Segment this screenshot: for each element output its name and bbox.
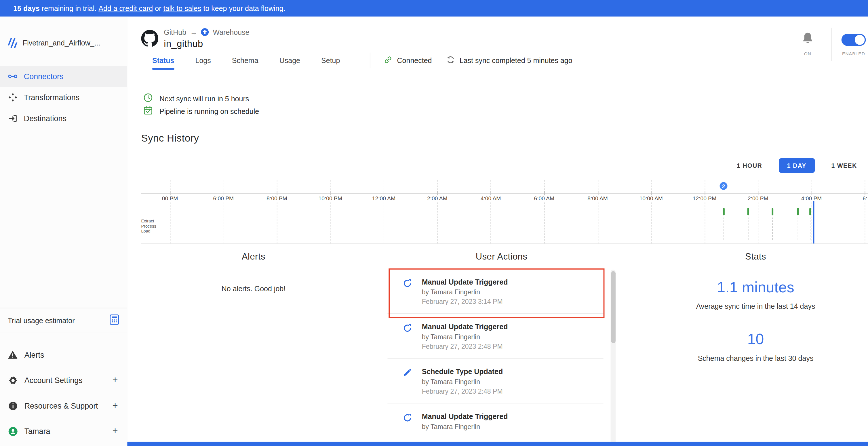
sync-event-guide [748,218,749,240]
tab-usage[interactable]: Usage [279,56,300,64]
tab-setup[interactable]: Setup [321,56,340,64]
user-actions-column: User Actions Manual Update Triggered by … [388,252,615,446]
next-sync-text: Next sync will run in 5 hours [159,94,249,103]
alerts-empty-message: No alerts. Good job! [170,285,336,293]
trial-banner: 15 days remaining in trial. Add a credit… [0,0,868,17]
refresh-icon [403,413,412,422]
sync-event-mark[interactable] [772,208,773,215]
breadcrumb-destination[interactable]: Warehouse [213,28,250,36]
sync-event-guide [810,218,810,240]
sync-count-badge[interactable]: 2 [719,181,729,191]
add-credit-card-link[interactable]: Add a credit card [98,4,153,12]
refresh-icon [403,324,412,332]
sync-event-mark[interactable] [723,208,725,215]
transformations-icon [8,92,18,102]
scrollbar-thumb[interactable] [611,272,615,343]
chart-tick-label: 8:00 AM [585,195,610,201]
sidebar-item-resources-support[interactable]: Resources & Support + [0,393,127,418]
action-date: February 27, 2023 2:48 PM [422,387,603,395]
sidebar-item-user-tamara[interactable]: Tamara + [0,418,127,444]
user-actions-title: User Actions [388,252,615,262]
user-action-row[interactable]: Manual Update Triggered by Tamara Finger… [388,269,603,314]
trial-usage-estimator[interactable]: Trial usage estimator [0,308,127,333]
row-label-process: Process [141,224,156,228]
sync-history-chart: Extract Process Load 00 PM6:00 PM8:00 PM… [141,180,868,244]
action-author: by Tamara Fingerlin [422,423,603,431]
tab-status[interactable]: Status [152,56,174,64]
notifications-label: ON [793,52,823,56]
chart-gridline [491,180,491,244]
row-label-extract: Extract [141,219,156,224]
sidebar-item-destinations[interactable]: Destinations [0,108,127,129]
action-title: Manual Update Triggered [422,278,603,286]
action-date: February 27, 2023 2:48 PM [422,343,603,350]
github-icon [141,30,158,47]
tab-logs[interactable]: Logs [195,56,211,64]
clock-icon [143,93,153,104]
expand-plus-icon[interactable]: + [113,375,118,386]
breadcrumb-arrow-icon: → [190,28,197,36]
last-sync-text: Last sync completed 5 minutes ago [460,56,572,64]
scrollbar-track [611,269,616,446]
notification-bell-icon[interactable] [802,32,814,45]
user-action-row[interactable]: Schedule Type Updated by Tamara Fingerli… [388,358,603,404]
sidebar-item-alerts[interactable]: Alerts [0,342,127,368]
time-range-selector: 1 HOUR 1 DAY 1 WEEK [737,158,857,173]
sync-event-mark[interactable] [797,208,799,215]
enabled-toggle[interactable] [841,34,866,46]
connectors-icon [8,71,18,82]
main-content: GitHub → Warehouse in_github Status Logs… [127,17,868,446]
connector-title: in_github [164,39,203,50]
range-1-day-button[interactable]: 1 DAY [779,158,815,173]
sidebar-item-label: Alerts [25,350,44,359]
sidebar-item-transformations[interactable]: Transformations [0,87,127,108]
expand-plus-icon[interactable]: + [113,400,118,411]
sidebar-item-account-settings[interactable]: Account Settings + [0,368,127,393]
chart-tick-label: 2:00 AM [425,195,450,201]
banner-text: to keep your data flowing. [201,4,285,12]
user-actions-list: Manual Update Triggered by Tamara Finger… [388,269,615,446]
schema-changes-value: 10 [681,331,830,348]
workspace-switcher[interactable]: Fivetran_and_Airflow_... [8,38,127,48]
sync-event-guide [772,218,773,240]
chart-gridline [544,180,545,244]
action-date: February 27, 2023 3:14 PM [422,298,603,306]
avg-sync-time-label: Average sync time in the last 14 days [681,302,830,311]
sync-event-guide [723,218,724,240]
talk-to-sales-link[interactable]: talk to sales [163,4,201,12]
refresh-icon [403,279,412,288]
alerts-column: Alerts No alerts. Good job! [170,252,336,293]
chart-tick-label: 6:00 AM [532,195,557,201]
sidebar: Fivetran_and_Airflow_... Connectors Tran… [0,17,127,446]
chart-tick-label: 6:00 PM [211,195,236,201]
chart-tick-label: 4:00 PM [799,195,824,201]
range-1-week-button[interactable]: 1 WEEK [831,158,857,173]
sidebar-item-label: Destinations [24,114,66,123]
sync-event-mark[interactable] [747,208,749,215]
calculator-icon [110,315,119,327]
action-title: Manual Update Triggered [422,412,603,421]
user-action-row[interactable]: Manual Update Triggered by Tamara Finger… [388,314,603,359]
sync-event-mark[interactable] [809,208,811,215]
avg-sync-time-value: 1.1 minutes [681,279,830,296]
trial-days-remaining: 15 days [13,4,40,12]
pipeline-message: Pipeline is running on schedule [143,105,259,117]
expand-plus-icon[interactable]: + [113,425,118,437]
pipeline-text: Pipeline is running on schedule [159,107,259,116]
sidebar-item-label: Account Settings [25,376,83,385]
range-1-hour-button[interactable]: 1 HOUR [737,158,762,173]
chart-gridline [598,180,598,244]
workspace-name: Fivetran_and_Airflow_... [23,38,100,47]
breadcrumb-source[interactable]: GitHub [164,28,186,36]
sidebar-item-connectors[interactable]: Connectors [0,66,127,87]
connection-status: Connected [384,55,432,66]
user-action-row[interactable]: Manual Update Triggered by Tamara Finger… [388,404,603,446]
sidebar-footer-nav: Alerts Account Settings + Resources & Su… [0,342,127,444]
pencil-icon [403,369,412,378]
info-icon [8,401,18,411]
sidebar-item-label: Resources & Support [25,402,98,410]
bottom-scroll-bar[interactable] [127,442,868,446]
stats-column: Stats 1.1 minutes Average sync time in t… [681,252,830,362]
chart-gridline [758,180,758,244]
tab-schema[interactable]: Schema [232,56,258,64]
